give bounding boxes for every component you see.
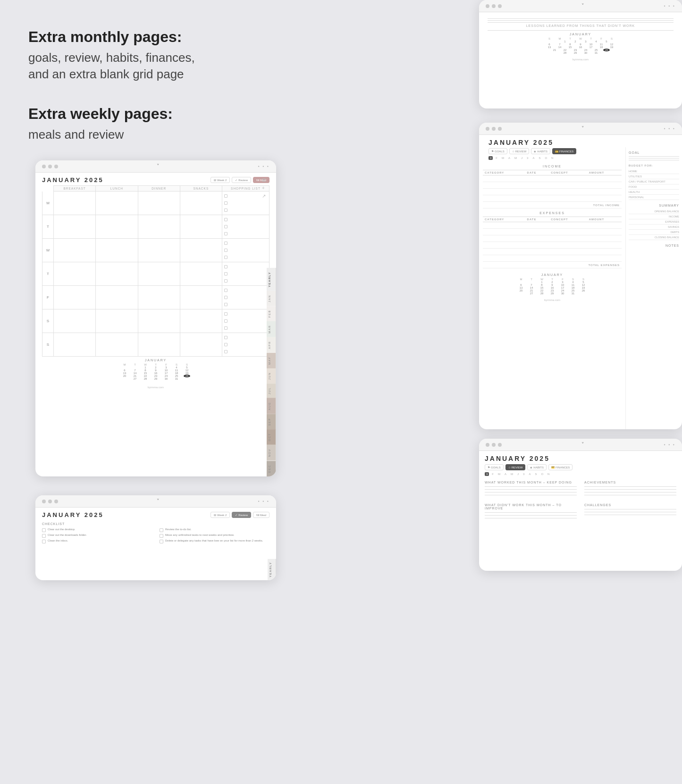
sidebar-jul[interactable]: JUL (267, 384, 276, 398)
shop-checkbox-3-0[interactable] (224, 265, 227, 268)
budget-car: CAR / PUBLIC TRANSPORT (629, 179, 679, 184)
checkbox-5[interactable] (160, 534, 163, 538)
sidebar-sep[interactable]: SEP (267, 414, 276, 430)
meal-cell-6-2[interactable] (138, 333, 180, 357)
revwk-tab-review[interactable]: ✓Review (232, 512, 251, 518)
shop-checkbox-1-0[interactable] (224, 218, 227, 221)
meal-cell-3-0[interactable] (53, 262, 95, 286)
rev-row1: WHAT WORKED THIS MONTH – KEEP DOING ACHI… (485, 481, 676, 498)
sidebar-mar[interactable]: MAR (267, 321, 276, 337)
rev-tab-finances[interactable]: 💳FINANCES (548, 464, 573, 470)
sidebar-dec[interactable]: DEC (267, 461, 276, 476)
shop-checkbox-2-0[interactable] (224, 242, 227, 245)
shop-checkbox-2-2[interactable] (224, 256, 227, 259)
income-title: INCOME (483, 165, 622, 168)
meal-cell-4-3[interactable] (180, 286, 222, 309)
shop-item-2-2 (224, 256, 267, 259)
meal-cell-2-1[interactable] (95, 239, 137, 262)
rev-tab-review[interactable]: ☆REVIEW (505, 464, 526, 470)
meal-cell-3-2[interactable] (138, 262, 180, 286)
shop-checkbox-3-1[interactable] (224, 272, 227, 275)
meal-sidebar-tabs[interactable]: YEARLY JAN FEB MAR APR MAY JUN JUL AUG S… (267, 160, 276, 476)
meal-cell-5-2[interactable] (138, 309, 180, 333)
meal-cell-1-3[interactable] (180, 215, 222, 239)
meal-cell-4-2[interactable] (138, 286, 180, 309)
revwk-tab-meal[interactable]: 🍽Meal (253, 512, 269, 518)
checkbox-2[interactable] (42, 534, 46, 538)
add-icon[interactable]: + (262, 185, 266, 191)
shop-checkbox-1-2[interactable] (224, 232, 227, 235)
fin-tabs[interactable]: ⚑GOALS ☆REVIEW ◈HABITS 💳FINANCES (488, 148, 616, 154)
meal-tab-week2[interactable]: ⊞Week 2 (210, 177, 230, 183)
shop-checkbox-4-0[interactable] (224, 289, 227, 292)
shop-checkbox-5-1[interactable] (224, 319, 227, 323)
shop-checkbox-6-1[interactable] (224, 343, 227, 346)
meal-cell-6-3[interactable] (180, 333, 222, 357)
shop-checkbox-0-0[interactable] (224, 194, 227, 198)
meal-cell-0-0[interactable] (53, 192, 95, 215)
checkbox-3[interactable] (42, 540, 46, 543)
sidebar-yearly[interactable]: YEARLY (267, 268, 276, 291)
revwk-tabs[interactable]: ⊞Week 2 ✓Review 🍽Meal (210, 512, 269, 518)
shop-checkbox-4-2[interactable] (224, 303, 227, 306)
checkbox-1[interactable] (42, 528, 46, 532)
shop-checkbox-5-2[interactable] (224, 326, 227, 330)
fin-tab-finances[interactable]: 💳FINANCES (552, 148, 576, 154)
sidebar-feb[interactable]: FEB (267, 306, 276, 321)
shop-checkbox-5-0[interactable] (224, 312, 227, 316)
checkbox-6[interactable] (160, 540, 163, 543)
sidebar-may[interactable]: MAY (267, 353, 276, 368)
meal-cell-0-2[interactable] (138, 192, 180, 215)
meal-cell-1-0[interactable] (53, 215, 95, 239)
sidebar-oct[interactable]: OCT (267, 429, 276, 445)
shop-checkbox-6-0[interactable] (224, 336, 227, 339)
rev-tab-habits[interactable]: ◈HABITS (527, 464, 547, 470)
shop-checkbox-2-1[interactable] (224, 249, 227, 252)
meal-cell-6-0[interactable] (53, 333, 95, 357)
meal-cell-1-1[interactable] (95, 215, 137, 239)
meal-cell-5-0[interactable] (53, 309, 95, 333)
shop-checkbox-1-1[interactable] (224, 225, 227, 228)
sidebar-jun[interactable]: JUN (267, 368, 276, 384)
meal-cell-4-0[interactable] (53, 286, 95, 309)
meal-cell-5-1[interactable] (95, 309, 137, 333)
meal-cell-1-2[interactable] (138, 215, 180, 239)
meal-cell-4-1[interactable] (95, 286, 137, 309)
check-text-2: Clear out the downloads folder. (48, 534, 87, 537)
fin-tab-habits[interactable]: ◈HABITS (531, 148, 550, 154)
meal-cell-3-1[interactable] (95, 262, 137, 286)
shop-checkbox-6-2[interactable] (224, 350, 227, 353)
sidebar-aug[interactable]: AUG (267, 398, 276, 414)
notes-label: NOTES (629, 244, 679, 247)
fin-tab-review[interactable]: ☆REVIEW (509, 148, 530, 154)
meal-cell-0-3[interactable] (180, 192, 222, 215)
meal-cell-3-3[interactable] (180, 262, 222, 286)
sidebar-nov[interactable]: NOV (267, 445, 276, 461)
rev-tabs[interactable]: ⚑GOALS ☆REVIEW ◈HABITS 💳FINANCES (485, 464, 676, 470)
sidebar-jan[interactable]: JAN (267, 291, 276, 306)
goal-label: GOAL (629, 151, 679, 154)
revwk-tab-week2[interactable]: ⊞Week 2 (210, 512, 230, 518)
sidebar-apr[interactable]: APR (267, 337, 276, 353)
shop-checkbox-0-1[interactable] (224, 201, 227, 205)
export-icon[interactable]: ↗ (262, 193, 266, 199)
meal-cell-5-3[interactable] (180, 309, 222, 333)
revwk-yearly-tab[interactable]: YEARLY (268, 559, 276, 580)
meal-cell-6-1[interactable] (95, 333, 137, 357)
meal-cell-2-2[interactable] (138, 239, 180, 262)
meal-tabs[interactable]: ⊞Week 2 ✓Review 🍽Meal (210, 177, 269, 183)
shop-checkbox-0-2[interactable] (224, 209, 227, 212)
device-dots-meal (42, 165, 58, 168)
meal-cell-2-3[interactable] (180, 239, 222, 262)
rev-tab-goals[interactable]: ⚑GOALS (485, 464, 504, 470)
chevron-icon-revwk: ˅ (157, 498, 160, 504)
checkbox-4[interactable] (160, 528, 163, 532)
shop-checkbox-4-1[interactable] (224, 296, 227, 299)
fin-tab-goals[interactable]: ⚑GOALS (488, 148, 507, 154)
meal-tab-review[interactable]: ✓Review (232, 177, 251, 183)
fin-main-content: JANUARY 2025 ⚑GOALS ☆REVIEW ◈HABITS 💳FIN… (479, 135, 625, 301)
shop-item-4-1 (224, 296, 267, 299)
meal-cell-2-0[interactable] (53, 239, 95, 262)
meal-cell-0-1[interactable] (95, 192, 137, 215)
shop-checkbox-3-2[interactable] (224, 279, 227, 283)
